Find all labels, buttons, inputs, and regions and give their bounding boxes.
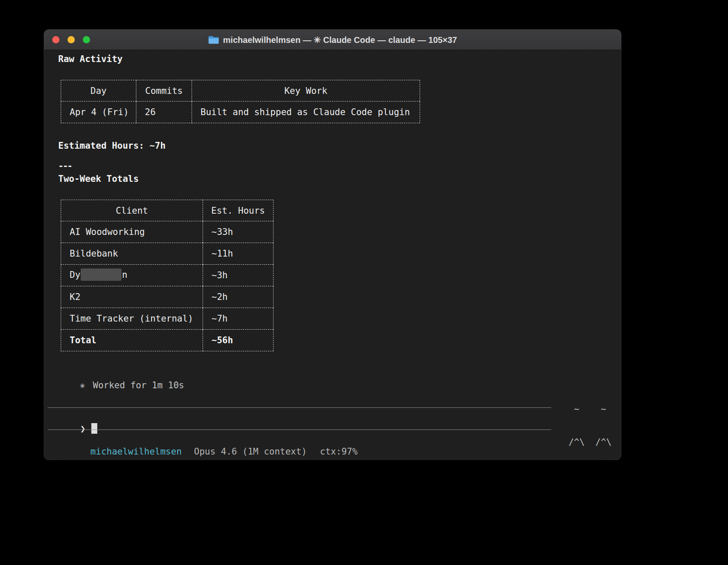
table-row: Time Tracker (internal) ~7h bbox=[61, 308, 274, 330]
client-cell: AI Woodworking bbox=[61, 221, 203, 243]
two-week-totals-heading: Two-Week Totals bbox=[58, 173, 139, 184]
minimize-button[interactable] bbox=[68, 36, 75, 43]
redacted-prefix: Dy bbox=[70, 270, 80, 280]
total-label-cell: Total bbox=[61, 330, 203, 351]
separator-line-top bbox=[48, 407, 551, 408]
window-title: michaelwilhelmsen — ✳ Claude Code — clau… bbox=[223, 35, 457, 45]
hours-cell: ~2h bbox=[203, 286, 274, 308]
folder-icon bbox=[208, 35, 219, 45]
table-row: Bildebank ~11h bbox=[61, 243, 274, 265]
commits-cell: 26 bbox=[136, 102, 192, 123]
worked-status: ✳Worked for 1m 10s bbox=[48, 369, 184, 402]
markdown-divider: --- bbox=[58, 161, 72, 172]
table-header-row: Client Est. Hours bbox=[61, 200, 274, 221]
hours-cell: ~3h bbox=[203, 265, 274, 286]
raw-activity-heading: Raw Activity bbox=[58, 54, 123, 65]
titlebar[interactable]: michaelwilhelmsen — ✳ Claude Code — clau… bbox=[44, 30, 621, 50]
redaction-box bbox=[81, 268, 121, 281]
table-total-row: Total ~56h bbox=[61, 330, 274, 351]
table-row: Apr 4 (Fri) 26 Built and shipped as Clau… bbox=[61, 102, 420, 123]
prompt-chevron: ❯ bbox=[80, 424, 86, 434]
column-header-client: Client bbox=[61, 200, 203, 221]
redacted-suffix: n bbox=[122, 270, 127, 280]
zoom-button[interactable] bbox=[83, 36, 90, 43]
window-title-group: michaelwilhelmsen — ✳ Claude Code — clau… bbox=[208, 35, 457, 45]
client-cell: Bildebank bbox=[61, 243, 203, 265]
column-header-keywork: Key Work bbox=[192, 80, 420, 102]
estimated-hours-text: Estimated Hours: ~7h bbox=[58, 140, 166, 151]
status-bar: michaelwilhelmsenOpus 4.6 (1M context)ct… bbox=[58, 435, 358, 460]
cat-art-line: ~ ~ bbox=[563, 404, 617, 415]
two-week-totals-table: Client Est. Hours AI Woodworking ~33h Bi… bbox=[61, 200, 274, 351]
worked-text: Worked for 1m 10s bbox=[93, 380, 184, 390]
hours-cell: ~7h bbox=[203, 308, 274, 330]
close-button[interactable] bbox=[52, 36, 59, 43]
day-cell: Apr 4 (Fri) bbox=[61, 102, 136, 123]
client-cell: Time Tracker (internal) bbox=[61, 308, 203, 330]
total-hours-cell: ~56h bbox=[203, 330, 274, 351]
terminal-content[interactable]: Raw Activity Day Commits Key Work Apr 4 … bbox=[44, 50, 621, 459]
hours-cell: ~11h bbox=[203, 243, 274, 265]
table-header-row: Day Commits Key Work bbox=[61, 80, 420, 102]
raw-activity-table: Day Commits Key Work Apr 4 (Fri) 26 Buil… bbox=[61, 80, 420, 123]
table-row: AI Woodworking ~33h bbox=[61, 221, 274, 243]
client-cell-redacted: Dyn bbox=[61, 265, 203, 286]
table-row: K2 ~2h bbox=[61, 286, 274, 308]
terminal-window: michaelwilhelmsen — ✳ Claude Code — clau… bbox=[44, 30, 621, 460]
keywork-cell: Built and shipped as Claude Code plugin bbox=[192, 102, 420, 123]
traffic-lights bbox=[52, 30, 90, 50]
model-text: Opus 4.6 (1M context) bbox=[194, 446, 307, 457]
column-header-day: Day bbox=[61, 80, 136, 102]
column-header-commits: Commits bbox=[136, 80, 192, 102]
column-header-est-hours: Est. Hours bbox=[203, 200, 274, 221]
cat-art-line: /^\ /^\ bbox=[563, 437, 617, 448]
ascii-cat: ~ ~ /^\ /^\ < ● ● > ( ~~ ) `-vvvv-' Snit bbox=[563, 381, 617, 460]
context-usage-text: ctx:97% bbox=[320, 446, 358, 457]
table-row: Dyn ~3h bbox=[61, 265, 274, 286]
separator-line-bottom bbox=[48, 429, 551, 430]
username-text: michaelwilhelmsen bbox=[90, 446, 182, 457]
cursor-block[interactable] bbox=[91, 423, 97, 434]
client-cell: K2 bbox=[61, 286, 203, 308]
spark-icon: ✳ bbox=[80, 380, 85, 390]
hours-cell: ~33h bbox=[203, 221, 274, 243]
